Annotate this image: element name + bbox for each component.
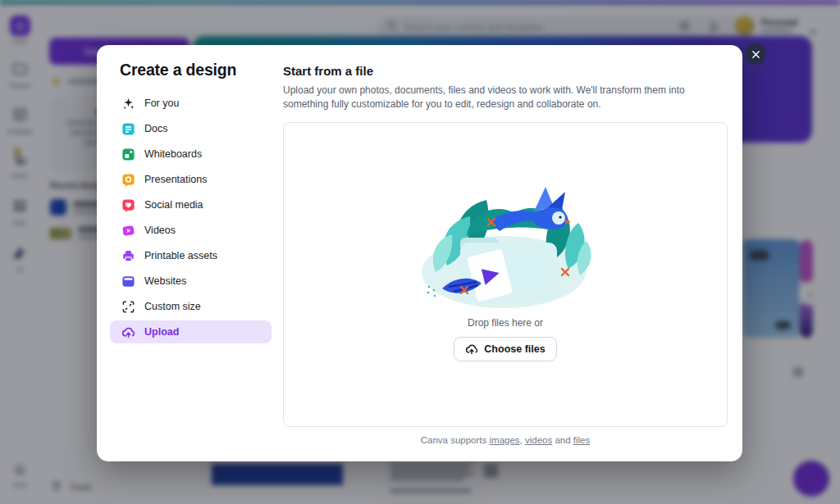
modal-sidebar: Create a design For you Docs Whiteboards… [97,45,283,461]
upload-illustration [418,184,594,311]
videos-link[interactable]: videos [525,435,552,445]
upload-icon [121,325,135,339]
supported-files-note: Canva supports images, videos and files [283,435,728,445]
menu-item-docs[interactable]: Docs [110,117,272,140]
files-link[interactable]: files [573,435,590,445]
upload-panel: Start from a file Upload your own photos… [283,45,742,461]
menu-item-whiteboards[interactable]: Whiteboards [110,143,272,166]
presentations-icon [121,173,135,187]
create-a-design-modal: Create a design For you Docs Whiteboards… [97,45,742,461]
videos-icon [121,224,135,238]
sparkles-icon [121,97,135,111]
cloud-upload-icon [465,343,478,356]
choose-files-button[interactable]: Choose files [454,337,556,361]
panel-heading: Start from a file [283,64,728,78]
modal-title: Create a design [110,61,283,79]
images-link[interactable]: images [490,435,520,445]
printable-assets-icon [121,249,135,263]
drop-files-label: Drop files here or [468,317,543,329]
menu-item-printable-assets[interactable]: Printable assets [110,244,272,267]
menu-item-custom-size[interactable]: Custom size [110,295,272,318]
whiteboards-icon [121,148,135,161]
menu-item-websites[interactable]: Websites [110,270,272,293]
panel-description: Upload your own photos, documents, files… [283,84,728,112]
close-icon [751,50,760,59]
menu-item-upload[interactable]: Upload [110,320,272,343]
design-type-menu: For you Docs Whiteboards Presentations S [110,92,283,343]
docs-icon [121,122,135,136]
menu-item-social-media[interactable]: Social media [110,193,272,216]
menu-item-videos[interactable]: Videos [110,219,272,242]
custom-size-icon [121,300,135,314]
social-media-icon [121,198,135,212]
file-dropzone[interactable]: Drop files here or Choose files [283,122,728,427]
canva-create-design-screen: Canva Search your content and templates … [0,0,840,504]
menu-item-presentations[interactable]: Presentations [110,168,272,191]
menu-item-for-you[interactable]: For you [110,92,272,115]
websites-icon [121,275,135,288]
close-button[interactable] [745,43,766,65]
